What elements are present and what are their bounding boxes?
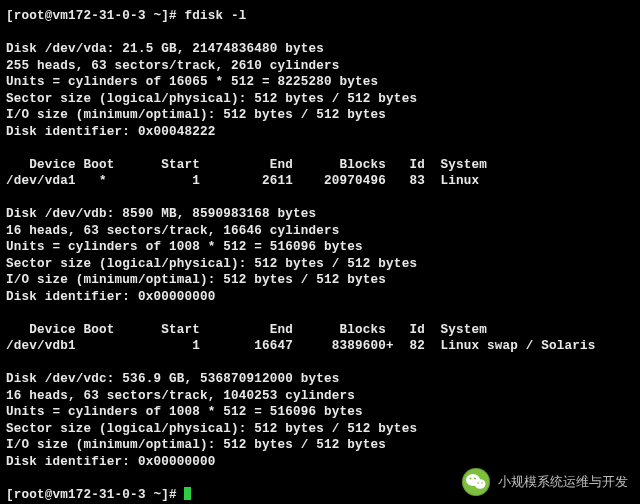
partition-row-vda1: /dev/vda1 * 1 2611 20970496 83 Linux bbox=[6, 174, 479, 188]
disk-vdb-sector: Sector size (logical/physical): 512 byte… bbox=[6, 257, 417, 271]
svg-point-3 bbox=[474, 478, 476, 480]
disk-vdc-io: I/O size (minimum/optimal): 512 bytes / … bbox=[6, 438, 386, 452]
partition-table-header: Device Boot Start End Blocks Id System bbox=[6, 323, 487, 337]
disk-vda-io: I/O size (minimum/optimal): 512 bytes / … bbox=[6, 108, 386, 122]
disk-vdc-sector: Sector size (logical/physical): 512 byte… bbox=[6, 422, 417, 436]
disk-vda-geometry: 255 heads, 63 sectors/track, 2610 cylind… bbox=[6, 59, 340, 73]
disk-vdb-geometry: 16 heads, 63 sectors/track, 16646 cylind… bbox=[6, 224, 340, 238]
disk-vdb-id: Disk identifier: 0x00000000 bbox=[6, 290, 215, 304]
terminal-cursor bbox=[184, 487, 191, 500]
disk-vdc-units: Units = cylinders of 1008 * 512 = 516096… bbox=[6, 405, 363, 419]
svg-point-5 bbox=[481, 482, 483, 484]
disk-vdb-io: I/O size (minimum/optimal): 512 bytes / … bbox=[6, 273, 386, 287]
disk-vdc-header: Disk /dev/vdc: 536.9 GB, 536870912000 by… bbox=[6, 372, 340, 386]
watermark: 小规模系统运维与开发 bbox=[462, 468, 628, 496]
disk-vdc-geometry: 16 heads, 63 sectors/track, 1040253 cyli… bbox=[6, 389, 355, 403]
shell-prompt: [root@vm172-31-0-3 ~]# bbox=[6, 9, 184, 23]
partition-table-header: Device Boot Start End Blocks Id System bbox=[6, 158, 487, 172]
disk-vdc-id: Disk identifier: 0x00000000 bbox=[6, 455, 215, 469]
svg-point-2 bbox=[470, 478, 472, 480]
svg-point-1 bbox=[475, 479, 486, 489]
disk-vda-header: Disk /dev/vda: 21.5 GB, 21474836480 byte… bbox=[6, 42, 324, 56]
wechat-icon bbox=[462, 468, 490, 496]
disk-vda-id: Disk identifier: 0x00048222 bbox=[6, 125, 215, 139]
shell-prompt: [root@vm172-31-0-3 ~]# bbox=[6, 488, 184, 502]
disk-vda-sector: Sector size (logical/physical): 512 byte… bbox=[6, 92, 417, 106]
disk-vdb-units: Units = cylinders of 1008 * 512 = 516096… bbox=[6, 240, 363, 254]
disk-vda-units: Units = cylinders of 16065 * 512 = 82252… bbox=[6, 75, 378, 89]
watermark-label: 小规模系统运维与开发 bbox=[498, 473, 628, 491]
terminal-output[interactable]: [root@vm172-31-0-3 ~]# fdisk -l Disk /de… bbox=[0, 0, 640, 503]
partition-row-vdb1: /dev/vdb1 1 16647 8389600+ 82 Linux swap… bbox=[6, 339, 596, 353]
svg-point-4 bbox=[477, 482, 479, 484]
disk-vdb-header: Disk /dev/vdb: 8590 MB, 8590983168 bytes bbox=[6, 207, 316, 221]
command-text: fdisk -l bbox=[184, 9, 246, 23]
